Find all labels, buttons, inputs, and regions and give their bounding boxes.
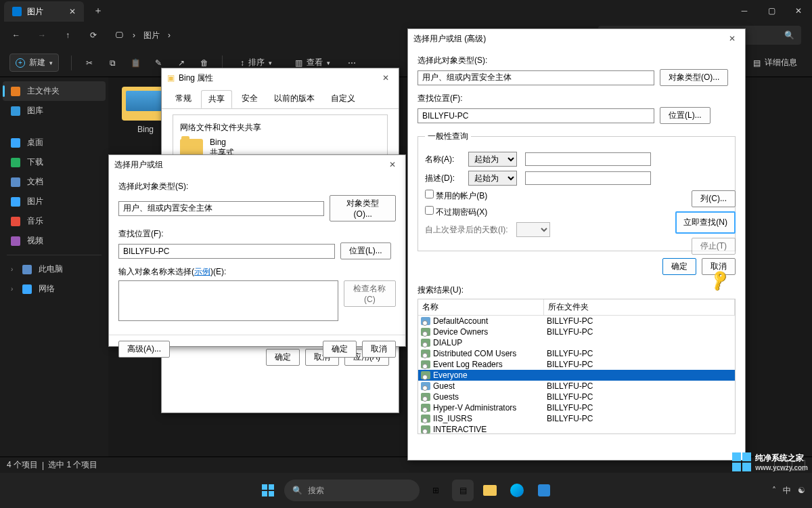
cancel-button[interactable]: 取消 [362,341,396,358]
taskbar-edge[interactable] [506,480,528,501]
share-section-header: 网络文件和文件夹共享 [180,122,380,133]
taskbar-store[interactable] [533,480,555,501]
location-field[interactable] [418,108,654,123]
delete-icon[interactable]: 🗑 [199,58,210,68]
result-row[interactable]: Everyone [418,370,735,381]
task-view-button[interactable]: ⊞ [425,480,447,501]
result-row[interactable]: IIS_IUSRSBILLYFU-PC [418,413,735,424]
taskbar-search[interactable]: 🔍搜索 [284,480,420,501]
group-icon [421,404,430,412]
tray-chevron-up-icon[interactable]: ˄ [772,486,776,495]
watermark: 纯净系统之家 www.ycwzy.com [732,452,808,471]
column-folder[interactable]: 所在文件夹 [544,299,735,315]
non-expiring-password-checkbox[interactable]: 不过期密码(X) [425,206,487,218]
description-input[interactable] [525,171,651,185]
sidebar-item-network[interactable]: ›网络 [0,279,108,299]
result-row[interactable]: GuestsBILLYFU-PC [418,391,735,402]
search-results-list[interactable]: 名称 所在文件夹 DefaultAccountBILLYFU-PCDevice … [418,299,736,434]
find-now-button[interactable]: 立即查找(N) [675,211,736,234]
sidebar-item-home[interactable]: 主文件夹 [3,81,106,101]
location-field[interactable] [118,244,335,259]
result-row[interactable]: Distributed COM UsersBILLYFU-PC [418,348,735,359]
sidebar-item-music[interactable]: 音乐 [0,211,108,231]
up-button[interactable]: ↑ [62,30,73,41]
columns-button[interactable]: 列(C)... [692,190,736,207]
taskbar-app[interactable]: ▤ [452,480,474,501]
user-icon [421,382,430,390]
sidebar-item-thispc[interactable]: ›此电脑 [0,259,108,279]
description-mode-select[interactable]: 起始为 [468,171,517,186]
rename-icon[interactable]: ✎ [153,58,164,68]
ime-language[interactable]: 中 [783,485,791,496]
ok-button[interactable]: 确定 [662,258,696,275]
result-row[interactable]: Event Log ReadersBILLYFU-PC [418,359,735,370]
share-icon[interactable]: ↗ [176,58,187,68]
check-names-button[interactable]: 检查名称(C) [344,280,396,307]
view-icon: ▥ [295,58,302,68]
new-button[interactable]: + 新建 ▾ [9,54,59,72]
refresh-button[interactable]: ⟳ [88,30,99,41]
separator [7,255,102,255]
disabled-accounts-checkbox[interactable]: 禁用的帐户(B) [425,190,487,202]
object-type-field[interactable] [118,201,324,216]
advanced-button[interactable]: 高级(A)... [118,341,170,358]
object-names-input[interactable] [118,280,338,321]
ok-button[interactable]: 确定 [323,341,357,358]
more-button[interactable]: ⋯ [348,58,356,68]
paste-icon[interactable]: 📋 [130,58,141,68]
result-row[interactable]: Hyper-V AdministratorsBILLYFU-PC [418,402,735,413]
sidebar-item-downloads[interactable]: 下载 [0,152,108,172]
locations-button[interactable]: 位置(L)... [660,107,710,124]
name-input[interactable] [525,152,651,166]
name-mode-select[interactable]: 起始为 [468,152,517,167]
tab-pictures[interactable]: 图片 ✕ [4,1,84,22]
result-row[interactable]: INTERACTIVE [418,424,735,434]
close-button[interactable]: ✕ [378,73,393,83]
start-button[interactable] [257,480,279,501]
close-button[interactable]: ✕ [725,34,740,43]
sidebar-item-videos[interactable]: 视频 [0,231,108,251]
sidebar-item-gallery[interactable]: 图库 [0,101,108,121]
locations-button[interactable]: 位置(L)... [340,242,391,259]
new-tab-button[interactable]: ＋ [93,5,103,17]
sidebar-item-documents[interactable]: 文档 [0,172,108,192]
taskbar-explorer[interactable] [479,480,501,501]
result-row[interactable]: DIALUP [418,337,735,348]
status-item-count: 4 个项目 [7,459,38,471]
tab-close-icon[interactable]: ✕ [69,7,76,16]
close-button[interactable]: ✕ [785,0,812,22]
object-type-field[interactable] [418,70,654,85]
cut-icon[interactable]: ✂ [84,58,95,68]
tab-customize[interactable]: 自定义 [324,90,362,108]
column-name[interactable]: 名称 [418,299,544,315]
object-types-button[interactable]: 对象类型(O)... [660,69,728,86]
example-link[interactable]: 示例 [194,267,210,276]
copy-icon[interactable]: ⧉ [107,58,118,68]
result-row[interactable]: Device OwnersBILLYFU-PC [418,326,735,337]
result-row[interactable]: DefaultAccountBILLYFU-PC [418,316,735,326]
minimize-button[interactable]: ─ [731,0,758,22]
home-icon [11,87,20,96]
close-button[interactable]: ✕ [385,160,400,169]
tab-general[interactable]: 常规 [168,90,198,108]
watermark-url: www.ycwzy.com [755,464,808,471]
details-pane-button[interactable]: ▤ 详细信息 [748,54,803,71]
names-label-pre: 输入对象名称来选择( [118,267,194,276]
tab-security[interactable]: 安全 [235,90,265,108]
stop-button[interactable]: 停止(T) [692,238,736,255]
status-selection: 选中 1 个项目 [48,459,97,471]
tab-share[interactable]: 共享 [201,90,232,108]
result-row[interactable]: GuestBILLYFU-PC [418,381,735,391]
back-button[interactable]: ← [11,30,22,41]
ime-mode-icon[interactable]: ☯ [798,486,805,495]
object-types-button[interactable]: 对象类型(O)... [330,195,396,221]
maximize-button[interactable]: ▢ [758,0,785,22]
breadcrumb-pictures[interactable]: 图片 [143,30,160,41]
group-icon [421,415,430,423]
sidebar-item-label: 此电脑 [39,263,63,275]
sidebar-item-pictures[interactable]: 图片 [0,192,108,211]
sort-label: 排序 [248,57,265,68]
tab-previous-versions[interactable]: 以前的版本 [267,90,321,108]
forward-button[interactable]: → [37,30,47,41]
sidebar-item-desktop[interactable]: 桌面 [0,133,108,152]
